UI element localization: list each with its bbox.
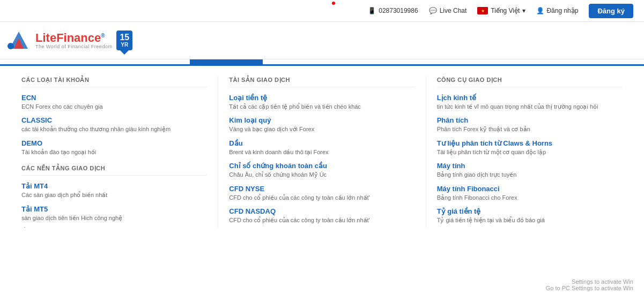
phone-contact[interactable]: 📱 02873019986	[368, 7, 418, 14]
top-bar: 📱 02873019986 💬 Live Chat Tiếng Việt ▾ 👤…	[0, 0, 644, 22]
tools-title: CÔNG CỤ GIAO DỊCH	[437, 77, 623, 87]
dropdown-section-accounts: CÁC LOẠI TÀI KHOẢN ECN ECN Forex cho các…	[21, 77, 207, 156]
dropdown-calculator[interactable]: Máy tính	[437, 162, 623, 170]
dropdown-cfd-nyse[interactable]: CFD NYSE	[229, 185, 414, 193]
language-selector[interactable]: Tiếng Việt ▾	[477, 7, 525, 14]
dropdown-mt5[interactable]: Tải MT5	[21, 205, 207, 213]
dropdown-claws-horns[interactable]: Tư liệu phân tích từ Claws & Horns	[437, 139, 623, 147]
header: LiteFinance® The World of Financial Free…	[0, 22, 644, 59]
dropdown-cfd-nasdaq[interactable]: CFD NASDAQ	[229, 207, 414, 215]
years-badge: 15 YR	[116, 31, 132, 51]
brand-tagline: The World of Financial Freedom	[35, 44, 112, 49]
dropdown-analysis[interactable]: Phân tích	[437, 116, 623, 124]
trademark: ®	[101, 32, 105, 38]
vietnam-flag	[477, 7, 488, 14]
brand-prefix: Lite	[35, 31, 56, 44]
dropdown-metals[interactable]: Kim loại quý	[229, 116, 414, 124]
svg-point-2	[8, 43, 14, 49]
dropdown-claws-horns-desc: Tài liệu phân tích từ một cơ quan độc lậ…	[437, 148, 623, 156]
dropdown-currency-desc: Tất cả các cặp tiền tệ phổ biến và tiền …	[229, 103, 414, 111]
brand-suffix: Finance	[56, 31, 101, 44]
dropdown-fibonacci[interactable]: Máy tính Fibonacci	[437, 185, 623, 193]
dropdown-economic-calendar[interactable]: Lịch kinh tế	[437, 94, 623, 102]
phone-icon: 📱	[368, 7, 376, 14]
mega-dropdown: CÁC LOẠI TÀI KHOẢN ECN ECN Forex cho các…	[0, 64, 644, 228]
dropdown-currency[interactable]: Loại tiền tệ	[229, 94, 414, 102]
dropdown-oil[interactable]: Dầu	[229, 139, 414, 147]
dropdown-demo[interactable]: DEMO	[21, 139, 207, 147]
dropdown-calculator-desc: Bảng tính giao dịch trực tuyến	[437, 171, 623, 179]
logo-icon	[5, 27, 32, 54]
livechat-button[interactable]: 💬 Live Chat	[429, 7, 467, 14]
login-label: Đăng nhập	[546, 7, 578, 14]
dropdown-global-index-desc: Châu Âu, chỉ số chứng khoán Mỹ Úc	[229, 171, 414, 179]
dropdown-col-accounts: CÁC LOẠI TÀI KHOẢN ECN ECN Forex cho các…	[11, 77, 218, 228]
dropdown-mt4[interactable]: Tải MT4	[21, 182, 207, 190]
login-button[interactable]: 👤 Đăng nhập	[536, 7, 578, 14]
dropdown-section-tools: CÔNG CỤ GIAO DỊCH Lịch kinh tế tin tức k…	[437, 77, 623, 228]
notification-dot	[332, 2, 335, 5]
logo[interactable]: LiteFinance® The World of Financial Free…	[5, 27, 112, 54]
dropdown-metals-desc: Vàng và bạc giao dịch với Forex	[229, 125, 414, 133]
dropdown-col-assets: TÀI SẢN GIAO DỊCH Loại tiền tệ Tất cả cá…	[218, 77, 426, 228]
dropdown-analysis-desc: Phân tích Forex kỹ thuật và cơ bản	[437, 125, 623, 133]
user-icon: 👤	[536, 7, 544, 14]
dropdown-mt5-desc: sàn giao dịch tiên tiến Hich công nghệ	[21, 214, 207, 222]
yr-label: YR	[120, 42, 129, 48]
accounts-title: CÁC LOẠI TÀI KHOẢN	[21, 77, 207, 87]
dropdown-cfd-nyse-desc: CFD cho cổ phiếu của các công ty toàn cầ…	[229, 194, 414, 202]
platforms-title: CÁC NỀN TẢNG GIAO DỊCH	[21, 165, 207, 176]
assets-title: TÀI SẢN GIAO DỊCH	[229, 77, 414, 87]
dropdown-classic[interactable]: CLASSIC	[21, 116, 207, 124]
dropdown-section-assets: TÀI SẢN GIAO DỊCH Loại tiền tệ Tất cả cá…	[229, 77, 414, 224]
dropdown-demo-desc: Tài khoản đào tạo ngoại hối	[21, 148, 207, 156]
years-number: 15	[120, 33, 129, 42]
dropdown-oil-desc: Brent và kinh doanh dầu thô tại Forex	[229, 148, 414, 156]
register-label: Đăng ký	[597, 7, 625, 15]
dropdown-economic-calendar-desc: tin tức kinh tế vĩ mô quan trọng nhất củ…	[437, 103, 623, 111]
logo-text: LiteFinance® The World of Financial Free…	[35, 32, 112, 49]
dropdown-exchange-rate[interactable]: Tỷ giá tiền tệ	[437, 207, 623, 215]
dropdown-global-index[interactable]: Chỉ số chứng khoán toàn cầu	[229, 162, 414, 170]
brand-name: LiteFinance®	[35, 32, 112, 44]
dropdown-fibonacci-desc: Bảng tính Fibonacci cho Forex	[437, 194, 623, 202]
language-label: Tiếng Việt	[491, 7, 520, 14]
dropdown-ecn[interactable]: ECN	[21, 94, 207, 102]
chat-icon: 💬	[429, 7, 437, 14]
dropdown-exchange-rate-desc: Tỷ giá tiền tệ hiện tại và biểu đồ báo g…	[437, 216, 623, 224]
dropdown-mt4-desc: Các sàn giao dịch phổ biến nhất	[21, 191, 207, 199]
dropdown-cfd-nasdaq-desc: CFD cho cổ phiếu của các công ty toàn cầ…	[229, 216, 414, 224]
dropdown-col-tools: CÔNG CỤ GIAO DỊCH Lịch kinh tế tin tức k…	[426, 77, 633, 228]
logo-area: LiteFinance® The World of Financial Free…	[5, 27, 156, 54]
livechat-label: Live Chat	[440, 7, 467, 14]
register-button[interactable]: Đăng ký	[589, 4, 633, 18]
dropdown-section-platforms: CÁC NỀN TẢNG GIAO DỊCH Tải MT4 Các sàn g…	[21, 165, 207, 228]
chevron-down-icon: ▾	[522, 7, 525, 14]
dropdown-classic-desc: các tài khoản thường cho thương nhân già…	[21, 125, 207, 133]
phone-number: 02873019986	[379, 7, 418, 14]
dropdown-ecn-desc: ECN Forex cho các chuyên gia	[21, 103, 207, 111]
